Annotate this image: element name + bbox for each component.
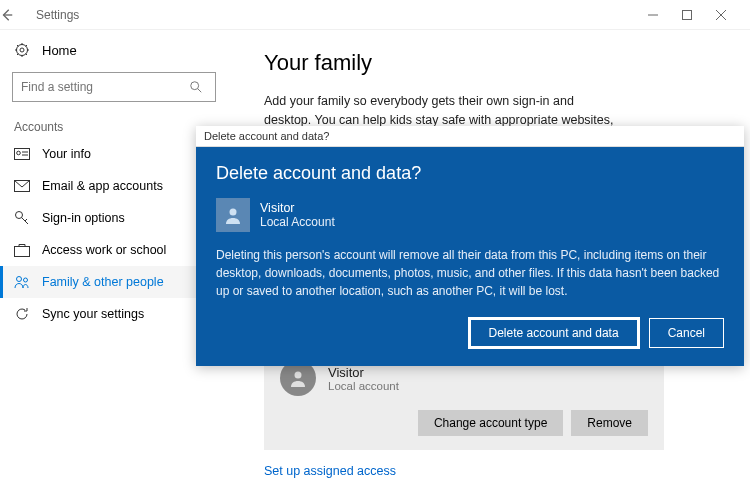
delete-confirm-button[interactable]: Delete account and data	[469, 318, 639, 348]
person-icon	[288, 368, 308, 388]
back-button[interactable]	[0, 8, 30, 22]
search-box[interactable]	[12, 72, 216, 102]
nav-label: Your info	[42, 147, 91, 161]
person-icon	[223, 205, 243, 225]
sidebar-item-your-info[interactable]: Your info	[0, 138, 228, 170]
maximize-icon	[682, 10, 692, 20]
dialog-titlebar: Delete account and data?	[196, 126, 744, 147]
close-icon	[716, 10, 726, 20]
briefcase-icon	[14, 242, 30, 258]
nav-label: Family & other people	[42, 275, 164, 289]
sidebar-item-sync[interactable]: Sync your settings	[0, 298, 228, 330]
sync-icon	[14, 306, 30, 322]
maximize-button[interactable]	[682, 10, 716, 20]
user-name: Visitor	[328, 365, 399, 380]
user-type: Local account	[328, 380, 399, 392]
arrow-left-icon	[0, 8, 14, 22]
svg-rect-0	[683, 10, 692, 19]
mail-icon	[14, 178, 30, 194]
people-icon	[14, 274, 30, 290]
window-title: Settings	[30, 8, 648, 22]
close-button[interactable]	[716, 10, 750, 20]
svg-point-11	[295, 372, 302, 379]
sidebar-item-email[interactable]: Email & app accounts	[0, 170, 228, 202]
person-card-icon	[14, 146, 30, 162]
dialog-heading: Delete account and data?	[216, 163, 724, 184]
delete-account-dialog: Delete account and data? Delete account …	[196, 126, 744, 366]
minimize-icon	[648, 10, 658, 20]
svg-point-10	[24, 278, 28, 282]
titlebar: Settings	[0, 0, 750, 30]
search-icon	[189, 80, 215, 94]
search-input[interactable]	[13, 80, 189, 94]
dialog-avatar	[216, 198, 250, 232]
assigned-access-link[interactable]: Set up assigned access	[264, 464, 396, 478]
change-account-type-button[interactable]: Change account type	[418, 410, 563, 436]
svg-point-2	[20, 48, 24, 52]
svg-point-7	[16, 212, 23, 219]
remove-button[interactable]: Remove	[571, 410, 648, 436]
dialog-message: Deleting this person's account will remo…	[216, 246, 724, 300]
key-icon	[14, 210, 30, 226]
sidebar-item-work[interactable]: Access work or school	[0, 234, 228, 266]
sidebar: Home Accounts Your info Email & app acco…	[0, 30, 228, 500]
gear-icon	[14, 42, 30, 58]
nav-label: Access work or school	[42, 243, 166, 257]
sidebar-item-signin[interactable]: Sign-in options	[0, 202, 228, 234]
dialog-user-type: Local Account	[260, 215, 335, 229]
home-nav[interactable]: Home	[0, 36, 228, 64]
cancel-button[interactable]: Cancel	[649, 318, 724, 348]
home-label: Home	[42, 43, 77, 58]
sidebar-item-family[interactable]: Family & other people	[0, 266, 228, 298]
nav-label: Email & app accounts	[42, 179, 163, 193]
nav-label: Sign-in options	[42, 211, 125, 225]
minimize-button[interactable]	[648, 10, 682, 20]
section-header: Accounts	[0, 110, 228, 138]
nav-label: Sync your settings	[42, 307, 144, 321]
svg-rect-8	[15, 247, 30, 257]
svg-point-9	[17, 277, 22, 282]
svg-point-5	[17, 151, 21, 155]
dialog-user-name: Visitor	[260, 201, 335, 215]
page-heading: Your family	[264, 50, 714, 76]
svg-point-3	[191, 82, 199, 90]
svg-point-12	[230, 209, 237, 216]
